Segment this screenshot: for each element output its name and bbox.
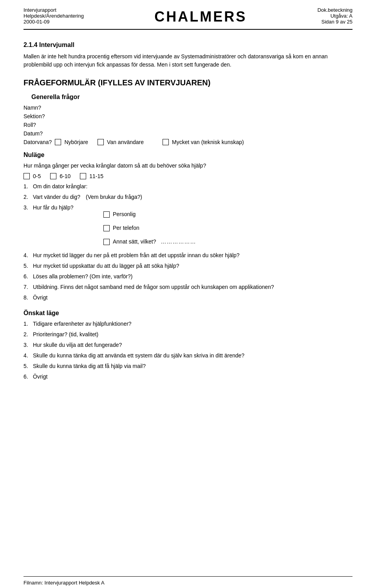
nulage-item-3: 3. Hur får du hjälp? Personlig Per telef… [24, 204, 352, 249]
item-num-1: 1. [24, 182, 31, 191]
footer-text: Filnamn: Intervjurapport Helpdesk A [24, 580, 105, 586]
onskat-num-1: 1. [24, 320, 31, 328]
freq-6-10-label: 6-10 [60, 173, 70, 179]
main-content: 2.1.4 Intervjumall Mallen är inte helt h… [24, 30, 352, 576]
nulage-title: Nuläge [24, 152, 352, 159]
doc-beteckning-label: Dok.beteckning [317, 7, 352, 13]
nulage-item-1: 1. Om din dator krånglar: [24, 182, 352, 191]
sektion-label: Sektion? [24, 113, 45, 119]
field-datum: Datum? [24, 130, 352, 137]
annat-sätt-option: Annat sätt, vilket? ……………… [103, 238, 352, 246]
datorvana-label: Datorvana? [24, 139, 52, 145]
onskat-text-3: Hur skulle du vilja att det fungerade? [33, 341, 352, 349]
item-num-7: 7. [24, 283, 31, 291]
annat-sätt-label: Annat sätt, vilket? [113, 238, 156, 246]
roll-label: Roll? [24, 122, 36, 128]
annat-sätt-checkbox[interactable] [103, 239, 110, 245]
field-namn: Namn? [24, 105, 352, 111]
onskat-item-6: 6. Övrigt [24, 373, 352, 381]
nulage-item-5: 5. Hur mycket tid uppskattar du att du l… [24, 262, 352, 270]
doc-sidan: Sidan 9 av 25 [317, 19, 352, 25]
onskat-text-2: Prioriteringar? (tid, kvalitet) [33, 330, 352, 339]
onskat-num-4: 4. [24, 352, 31, 360]
nulage-question: Hur många gånger per vecka krånglar dato… [24, 162, 352, 170]
onskat-item-2: 2. Prioriteringar? (tid, kvalitet) [24, 330, 352, 339]
mycket-van-label: Mycket van (teknisk kunskap) [172, 139, 244, 145]
per-telefon-checkbox[interactable] [103, 225, 110, 231]
nybörjare-label: Nybörjare [64, 139, 88, 145]
field-sektion: Sektion? [24, 113, 352, 119]
item-text-3: Hur får du hjälp? Personlig Per telefon [33, 204, 352, 249]
namn-label: Namn? [24, 105, 41, 111]
freq-6-10-checkbox[interactable] [50, 173, 56, 179]
freq-checkboxes: 0-5 6-10 11-15 [24, 173, 352, 179]
field-roll: Roll? [24, 122, 352, 128]
company-logo: CHALMERS [84, 7, 317, 25]
section-number: 2.1.4 Intervjumall [24, 41, 352, 49]
item-extra-2: (Vem brukar du fråga?) [86, 194, 142, 200]
doc-type: Intervjurapport [24, 7, 84, 13]
item-text-4: Hur mycket tid lägger du ner på ett prob… [33, 251, 352, 260]
nulage-item-6: 6. Löses alla problemen? (Om inte, varfö… [24, 272, 352, 281]
generella-title: Generella frågor [31, 94, 352, 101]
nulage-item-8: 8. Övrigt [24, 294, 352, 302]
dotted-line: ……………… [161, 238, 196, 246]
item-num-4: 4. [24, 251, 31, 260]
freq-11-15-checkbox[interactable] [80, 173, 86, 179]
per-telefon-label: Per telefon [113, 224, 139, 232]
nulage-item-4: 4. Hur mycket tid lägger du ner på ett p… [24, 251, 352, 260]
personlig-option: Personlig [103, 210, 352, 218]
van-användare-checkbox[interactable] [98, 139, 104, 145]
page-footer: Filnamn: Intervjurapport Helpdesk A [24, 576, 352, 588]
item-num-2: 2. [24, 193, 31, 201]
onskat-item-4: 4. Skulle du kunna tänka dig att använda… [24, 352, 352, 360]
nulage-item-2: 2. Vart vänder du dig? (Vem brukar du fr… [24, 193, 352, 201]
item-text-7: Utbildning. Finns det något samband med … [33, 283, 352, 291]
personlig-label: Personlig [113, 210, 136, 218]
nulage-section: Nuläge Hur många gånger per vecka krångl… [24, 152, 352, 302]
form-title: FRÅGEFORMULÄR (IFYLLES AV INTERVJUAREN) [24, 78, 352, 87]
header-right: Dok.beteckning Utgåva: A Sidan 9 av 25 [317, 7, 352, 25]
onskat-num-5: 5. [24, 362, 31, 370]
nulage-item-7: 7. Utbildning. Finns det något samband m… [24, 283, 352, 291]
item-num-8: 8. [24, 294, 31, 302]
item-text-1: Om din dator krånglar: [33, 182, 352, 191]
datum-label: Datum? [24, 130, 43, 137]
item-num-3: 3. [24, 204, 31, 212]
item-text-6: Löses alla problemen? (Om inte, varför?) [33, 272, 352, 281]
intro-text: Mallen är inte helt hundra procentig eft… [24, 52, 352, 69]
onskat-num-6: 6. [24, 373, 31, 381]
onskat-text-1: Tidigare erfarenheter av hjälpfunktioner… [33, 320, 352, 328]
onskat-item-5: 5. Skulle du kunna tänka dig att få hjäl… [24, 362, 352, 370]
onskat-section: Önskat läge 1. Tidigare erfarenheter av … [24, 310, 352, 381]
item-text-8: Övrigt [33, 294, 352, 302]
doc-utgava: Utgåva: A [317, 13, 352, 19]
onskat-text-6: Övrigt [33, 373, 352, 381]
onskat-item-3: 3. Hur skulle du vilja att det fungerade… [24, 341, 352, 349]
per-telefon-option: Per telefon [103, 224, 352, 232]
onskat-text-5: Skulle du kunna tänka dig att få hjälp v… [33, 362, 352, 370]
van-användare-label: Van användare [107, 139, 144, 145]
onskat-num-3: 3. [24, 341, 31, 349]
personlig-checkbox[interactable] [103, 211, 110, 218]
doc-subtitle: Helpdesk/Ärendehantering [24, 13, 84, 19]
freq-0-5-checkbox[interactable] [24, 173, 30, 179]
datorvana-row: Datorvana? Nybörjare Van användare Mycke… [24, 139, 352, 145]
item-text-5: Hur mycket tid uppskattar du att du lägg… [33, 262, 352, 270]
onskat-item-1: 1. Tidigare erfarenheter av hjälpfunktio… [24, 320, 352, 328]
page-header: Intervjurapport Helpdesk/Ärendehantering… [24, 0, 352, 30]
header-left: Intervjurapport Helpdesk/Ärendehantering… [24, 7, 84, 25]
nybörjare-checkbox[interactable] [55, 139, 61, 145]
mycket-van-checkbox[interactable] [163, 139, 169, 145]
item-num-5: 5. [24, 262, 31, 270]
onskat-num-2: 2. [24, 330, 31, 339]
onskat-text-4: Skulle du kunna tänka dig att använda et… [33, 352, 352, 360]
freq-11-15-label: 11-15 [89, 173, 103, 179]
help-options-group: Personlig Per telefon Annat sätt, vilket… [103, 210, 352, 249]
onskat-title: Önskat läge [24, 310, 352, 317]
item-text-2: Vart vänder du dig? (Vem brukar du fråga… [33, 193, 352, 201]
freq-0-5-label: 0-5 [33, 173, 41, 179]
item-num-6: 6. [24, 272, 31, 281]
doc-date: 2000-01-09 [24, 19, 84, 25]
